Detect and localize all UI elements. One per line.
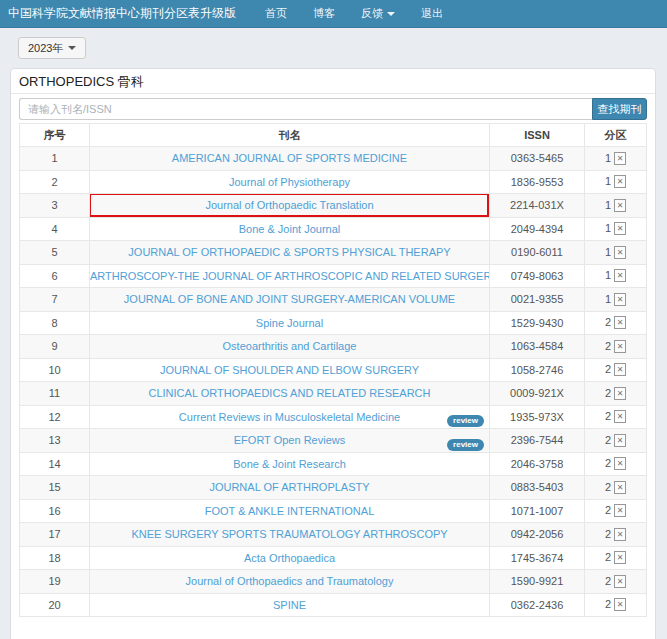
issn-value: 0363-5465 (490, 147, 585, 170)
table-row: 15 JOURNAL OF ARTHROPLASTY 0883-5403 2 ✕ (20, 476, 646, 500)
broken-image-icon: ✕ (614, 199, 626, 212)
journal-link[interactable]: JOURNAL OF ORTHOPAEDIC & SPORTS PHYSICAL… (128, 246, 450, 258)
site-brand[interactable]: 中国科学院文献情报中心期刊分区表升级版 (0, 5, 246, 22)
partition-number: 2 (605, 429, 611, 452)
row-number: 14 (20, 453, 90, 476)
journal-name-cell: Spine Journal (90, 312, 490, 335)
row-number: 5 (20, 241, 90, 264)
journal-name-cell: ARTHROSCOPY-THE JOURNAL OF ARTHROSCOPIC … (90, 265, 490, 288)
nav-link[interactable]: 退出 (408, 6, 456, 21)
broken-image-icon: ✕ (614, 575, 626, 588)
partition-number: 1 (605, 265, 611, 288)
journal-name-cell: Bone & Joint Research (90, 453, 490, 476)
journal-link[interactable]: AMERICAN JOURNAL OF SPORTS MEDICINE (172, 152, 407, 164)
issn-value: 1063-4584 (490, 335, 585, 358)
row-number: 20 (20, 594, 90, 617)
nav-links: 首页博客反馈退出 (252, 6, 456, 21)
journal-name-cell: Journal of Orthopaedic Translation (90, 194, 490, 217)
broken-image-icon: ✕ (614, 363, 626, 376)
journal-name-cell: Current Reviews in Musculoskeletal Medic… (90, 406, 490, 429)
nav-link[interactable]: 反馈 (348, 6, 408, 21)
issn-value: 0942-2056 (490, 523, 585, 546)
partition-cell: 1 ✕ (585, 288, 646, 311)
partition-cell: 2 ✕ (585, 312, 646, 335)
issn-value: 2396-7544 (490, 429, 585, 452)
search-input[interactable] (19, 98, 592, 120)
nav-link-label: 反馈 (361, 6, 383, 21)
row-number: 16 (20, 500, 90, 523)
journal-link[interactable]: ARTHROSCOPY-THE JOURNAL OF ARTHROSCOPIC … (90, 270, 490, 282)
partition-number: 2 (605, 500, 611, 523)
journal-link[interactable]: Osteoarthritis and Cartilage (223, 340, 357, 352)
nav-link-label: 首页 (265, 6, 287, 21)
table-row: 12 Current Reviews in Musculoskeletal Me… (20, 406, 646, 430)
issn-value: 1745-3674 (490, 547, 585, 570)
search-bar: 查找期刊 (19, 98, 647, 120)
issn-value: 1590-9921 (490, 570, 585, 593)
journal-link[interactable]: Journal of Orthopaedic Translation (205, 199, 373, 211)
journal-link[interactable]: SPINE (273, 599, 306, 611)
journal-name-cell: CLINICAL ORTHOPAEDICS AND RELATED RESEAR… (90, 382, 490, 405)
caret-down-icon (387, 12, 395, 16)
journal-link[interactable]: JOURNAL OF BONE AND JOINT SURGERY-AMERIC… (124, 293, 455, 305)
review-badge: review (447, 415, 484, 427)
journal-link[interactable]: Bone & Joint Research (233, 458, 346, 470)
row-number: 11 (20, 382, 90, 405)
partition-cell: 2 ✕ (585, 523, 646, 546)
journal-link[interactable]: CLINICAL ORTHOPAEDICS AND RELATED RESEAR… (149, 387, 431, 399)
partition-cell: 1 ✕ (585, 218, 646, 241)
journal-link[interactable]: Journal of Physiotherapy (229, 176, 350, 188)
table-row: 14 Bone & Joint Research 2046-3758 2 ✕ (20, 453, 646, 477)
journal-name-cell: Acta Orthopaedica (90, 547, 490, 570)
broken-image-icon: ✕ (614, 387, 626, 400)
nav-link[interactable]: 博客 (300, 6, 348, 21)
issn-value: 1529-9430 (490, 312, 585, 335)
table-body: 1 AMERICAN JOURNAL OF SPORTS MEDICINE 03… (20, 147, 646, 617)
partition-cell: 2 ✕ (585, 382, 646, 405)
journal-link[interactable]: Acta Orthopaedica (244, 552, 335, 564)
journal-link[interactable]: EFORT Open Reviews (234, 434, 345, 446)
table-row: 19 Journal of Orthopaedics and Traumatol… (20, 570, 646, 594)
category-title: ORTHOPEDICS 骨科 (11, 69, 655, 94)
journal-link[interactable]: Journal of Orthopaedics and Traumatology (186, 575, 394, 587)
journal-name-cell: Journal of Orthopaedics and Traumatology (90, 570, 490, 593)
journal-link[interactable]: Bone & Joint Journal (239, 223, 341, 235)
partition-number: 1 (605, 147, 611, 170)
partition-number: 1 (605, 171, 611, 194)
nav-link-label: 博客 (313, 6, 335, 21)
search-journal-button[interactable]: 查找期刊 (592, 98, 647, 120)
issn-value: 2214-031X (490, 194, 585, 217)
issn-value: 0362-2436 (490, 594, 585, 617)
journal-link[interactable]: Spine Journal (256, 317, 323, 329)
journal-list-panel: ORTHOPEDICS 骨科 查找期刊 序号 刊名 ISSN 分区 1 AMER… (10, 68, 656, 639)
broken-image-icon: ✕ (614, 175, 626, 188)
row-number: 3 (20, 194, 90, 217)
issn-value: 1836-9553 (490, 171, 585, 194)
table-row: 18 Acta Orthopaedica 1745-3674 2 ✕ (20, 547, 646, 571)
row-number: 8 (20, 312, 90, 335)
table-row: 7 JOURNAL OF BONE AND JOINT SURGERY-AMER… (20, 288, 646, 312)
partition-number: 1 (605, 218, 611, 241)
journal-name-cell: SPINE (90, 594, 490, 617)
partition-number: 2 (605, 359, 611, 382)
journal-link[interactable]: Current Reviews in Musculoskeletal Medic… (179, 411, 400, 423)
broken-image-icon: ✕ (614, 457, 626, 470)
partition-number: 2 (605, 523, 611, 546)
partition-cell: 1 ✕ (585, 265, 646, 288)
nav-link[interactable]: 首页 (252, 6, 300, 21)
journal-name-cell: KNEE SURGERY SPORTS TRAUMATOLOGY ARTHROS… (90, 523, 490, 546)
journal-link[interactable]: JOURNAL OF ARTHROPLASTY (209, 481, 369, 493)
partition-number: 2 (605, 312, 611, 335)
table-row: 4 Bone & Joint Journal 2049-4394 1 ✕ (20, 218, 646, 242)
review-badge: review (447, 439, 484, 451)
issn-value: 2046-3758 (490, 453, 585, 476)
issn-value: 2049-4394 (490, 218, 585, 241)
journal-link[interactable]: KNEE SURGERY SPORTS TRAUMATOLOGY ARTHROS… (131, 528, 447, 540)
year-dropdown-button[interactable]: 2023年 (18, 37, 86, 59)
partition-cell: 1 ✕ (585, 147, 646, 170)
journal-link[interactable]: FOOT & ANKLE INTERNATIONAL (205, 505, 375, 517)
caret-down-icon (68, 46, 76, 50)
journal-link[interactable]: JOURNAL OF SHOULDER AND ELBOW SURGERY (160, 364, 419, 376)
issn-value: 0009-921X (490, 382, 585, 405)
table-row: 11 CLINICAL ORTHOPAEDICS AND RELATED RES… (20, 382, 646, 406)
